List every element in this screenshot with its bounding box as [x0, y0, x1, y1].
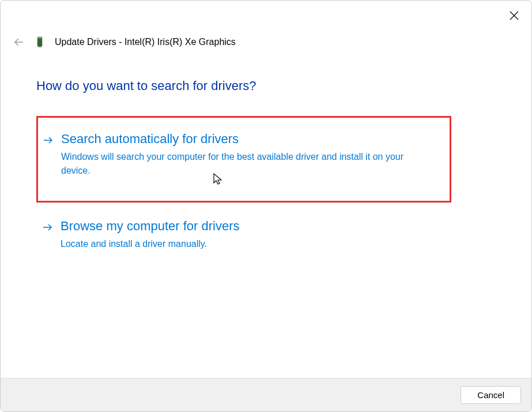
option-description: Locate and install a driver manually.	[61, 237, 418, 251]
option-description: Windows will search your computer for th…	[61, 150, 418, 178]
close-icon	[510, 11, 519, 20]
option-title: Search automatically for drivers	[61, 132, 438, 147]
page-heading: How do you want to search for drivers?	[36, 78, 256, 93]
back-arrow-icon	[13, 36, 25, 48]
arrow-right-icon	[42, 222, 54, 233]
svg-rect-5	[38, 46, 41, 47]
title-bar: Update Drivers - Intel(R) Iris(R) Xe Gra…	[13, 35, 236, 49]
svg-rect-4	[37, 37, 42, 39]
close-button[interactable]	[507, 9, 521, 23]
back-button[interactable]	[13, 36, 25, 48]
option-browse-computer[interactable]: Browse my computer for drivers Locate an…	[36, 219, 451, 251]
dialog-footer: Cancel	[1, 378, 531, 411]
window-title: Update Drivers - Intel(R) Iris(R) Xe Gra…	[55, 37, 236, 47]
arrow-right-icon	[43, 134, 54, 146]
cancel-button[interactable]: Cancel	[461, 386, 521, 404]
option-title: Browse my computer for drivers	[61, 219, 451, 234]
device-icon	[35, 35, 44, 49]
option-search-automatically[interactable]: Search automatically for drivers Windows…	[36, 116, 451, 203]
